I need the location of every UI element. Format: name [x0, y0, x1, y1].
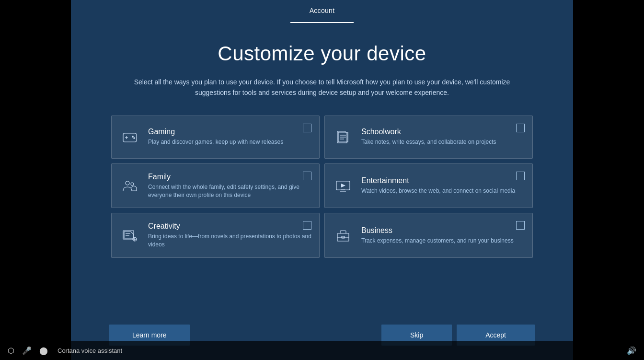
options-grid: Gaming Play and discover games, keep up … — [111, 116, 533, 258]
option-family[interactable]: Family Connect with the whole family, ed… — [111, 163, 320, 209]
creativity-checkbox[interactable] — [303, 221, 311, 230]
family-icon — [119, 175, 140, 197]
schoolwork-title: Schoolwork — [361, 128, 525, 136]
taskbar: ⬡ 🎤 ⬤ Cortana voice assistant 🔊 — [0, 341, 644, 360]
entertainment-desc: Watch videos, browse the web, and connec… — [361, 187, 525, 195]
creativity-title: Creativity — [148, 222, 311, 231]
svg-marker-13 — [341, 184, 345, 187]
cortana-label: Cortana voice assistant — [58, 347, 122, 354]
top-nav: Account — [71, 0, 573, 23]
business-text: Business Track expenses, manage customer… — [361, 226, 525, 245]
gaming-desc: Play and discover games, keep up with ne… — [148, 138, 311, 146]
gaming-icon — [119, 127, 140, 148]
entertainment-checkbox[interactable] — [516, 172, 525, 180]
gaming-title: Gaming — [148, 128, 311, 136]
svg-point-9 — [131, 183, 134, 186]
microphone-icon[interactable]: 🎤 — [22, 346, 32, 355]
business-icon — [333, 225, 354, 246]
svg-rect-14 — [123, 231, 134, 239]
family-text: Family Connect with the whole family, ed… — [148, 173, 311, 199]
action-center-icon[interactable]: ⬡ — [8, 346, 14, 355]
option-schoolwork[interactable]: Schoolwork Take notes, write essays, and… — [324, 116, 533, 159]
creativity-desc: Bring ideas to life—from novels and pres… — [148, 232, 311, 249]
family-title: Family — [148, 173, 311, 181]
content-area: Customize your device Select all the way… — [71, 23, 573, 317]
page-subtitle: Select all the ways you plan to use your… — [121, 77, 523, 98]
family-checkbox[interactable] — [303, 172, 311, 180]
entertainment-icon — [333, 175, 354, 197]
schoolwork-checkbox[interactable] — [516, 124, 525, 132]
entertainment-title: Entertainment — [361, 176, 525, 185]
svg-point-4 — [134, 138, 135, 139]
entertainment-text: Entertainment Watch videos, browse the w… — [361, 176, 525, 195]
volume-icon[interactable]: 🔊 — [627, 346, 636, 355]
business-checkbox[interactable] — [516, 221, 525, 230]
business-desc: Track expenses, manage customers, and ru… — [361, 237, 525, 245]
creativity-text: Creativity Bring ideas to life—from nove… — [148, 222, 311, 249]
main-window: Account Customize your device Select all… — [71, 0, 573, 360]
gaming-text: Gaming Play and discover games, keep up … — [148, 128, 311, 146]
family-desc: Connect with the whole family, edit safe… — [148, 183, 311, 199]
option-entertainment[interactable]: Entertainment Watch videos, browse the w… — [324, 163, 533, 209]
svg-point-3 — [132, 136, 133, 137]
business-title: Business — [361, 226, 525, 235]
svg-point-8 — [126, 181, 129, 185]
creativity-icon — [119, 225, 140, 246]
option-gaming[interactable]: Gaming Play and discover games, keep up … — [111, 116, 320, 159]
tab-account[interactable]: Account — [290, 0, 354, 23]
cortana-icon[interactable]: ⬤ — [39, 346, 48, 355]
schoolwork-desc: Take notes, write essays, and collaborat… — [361, 138, 525, 146]
schoolwork-icon — [333, 127, 354, 148]
option-creativity[interactable]: Creativity Bring ideas to life—from nove… — [111, 213, 320, 258]
option-business[interactable]: Business Track expenses, manage customer… — [324, 213, 533, 258]
gaming-checkbox[interactable] — [303, 124, 311, 132]
schoolwork-text: Schoolwork Take notes, write essays, and… — [361, 128, 525, 146]
page-title: Customize your device — [218, 42, 426, 65]
